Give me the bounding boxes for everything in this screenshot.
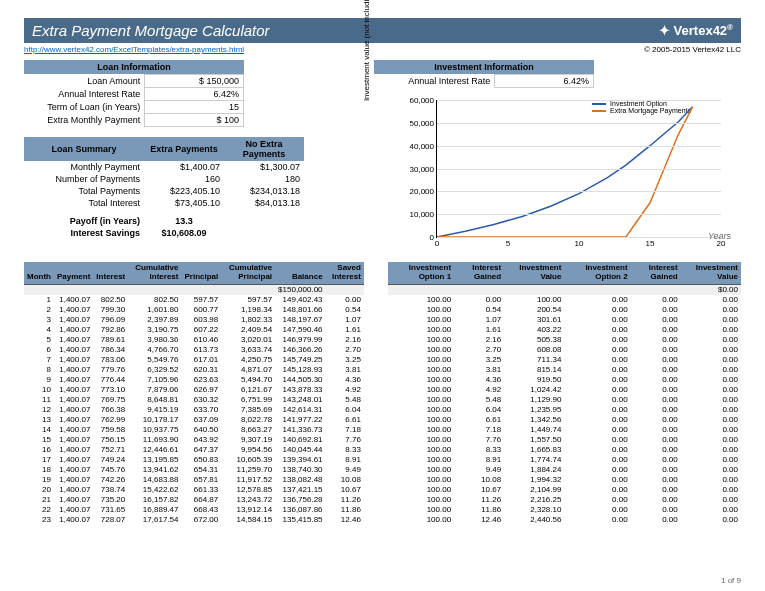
invest-col-header: Investment Option 1 (388, 262, 454, 284)
invest-info-table: Annual Interest Rate6.42% (374, 74, 594, 88)
loan-summary-table: Loan Summary Extra Payments No Extra Pay… (24, 137, 304, 239)
table-row: 121,400.07766.389,415.19633.707,385.6914… (24, 405, 364, 415)
investment-table: Investment Option 1Interest GainedInvest… (388, 262, 741, 525)
savings-label: Interest Savings (24, 227, 144, 239)
table-row: 71,400.07783.065,549.76617.014,250.75145… (24, 355, 364, 365)
invest-col-header: Interest Gained (454, 262, 504, 284)
payoff-label: Payoff (in Years) (24, 215, 144, 227)
invest-rate-label: Annual Interest Rate (374, 75, 495, 88)
table-row: 171,400.07749.2413,195.85650.8310,605.39… (24, 455, 364, 465)
summary-label: Total Interest (24, 197, 144, 209)
chart-ytick: 60,000 (410, 96, 437, 105)
table-row: 100.007.181,449.740.000.000.00 (388, 425, 741, 435)
summary-noextra: $234,013.18 (224, 185, 304, 197)
amort-col-header: Principal (181, 262, 221, 284)
summary-label: Number of Payments (24, 173, 144, 185)
payoff-value: 13.3 (144, 215, 224, 227)
table-row: 181,400.07745.7613,941.62654.3111,259.70… (24, 465, 364, 475)
table-row: 141,400.07759.5810,937.75640.508,663.271… (24, 425, 364, 435)
loan-info-label: Loan Amount (24, 75, 145, 88)
chart-xtick: 0 (435, 237, 439, 248)
chart-xtick: 10 (575, 237, 584, 248)
summary-noextra: $84,013.18 (224, 197, 304, 209)
chart-ytick: 30,000 (410, 164, 437, 173)
summary-extra: $73,405.10 (144, 197, 224, 209)
loan-info-value[interactable]: $ 100 (145, 114, 244, 127)
table-row: 191,400.07742.2614,683.88657.8111,917.52… (24, 475, 364, 485)
table-row: 100.0012.462,440.560.000.000.00 (388, 515, 741, 525)
loan-info-value[interactable]: 15 (145, 101, 244, 114)
table-row: 100.005.481,129.900.000.000.00 (388, 395, 741, 405)
invest-col-header: Investment Value (681, 262, 741, 284)
page-footer: 1 of 9 (721, 576, 741, 585)
source-link[interactable]: http://www.vertex42.com/ExcelTemplates/e… (24, 45, 244, 54)
amortization-table: MonthPaymentInterestCumulative InterestP… (24, 262, 364, 525)
invest-col-header: Investment Value (504, 262, 564, 284)
chart-ytick: 50,000 (410, 118, 437, 127)
chart-xtick: 5 (506, 237, 510, 248)
chart-ytick: 20,000 (410, 187, 437, 196)
table-row: 100.000.00100.000.000.000.00 (388, 295, 741, 305)
summary-extra: $1,400.07 (144, 161, 224, 173)
table-row: 100.004.921,024.420.000.000.00 (388, 385, 741, 395)
initial-invest: $0.00 (681, 284, 741, 295)
table-row: 100.004.36919.500.000.000.00 (388, 375, 741, 385)
table-row: 100.002.16505.380.000.000.00 (388, 335, 741, 345)
loan-info-label: Annual Interest Rate (24, 88, 145, 101)
chart-xlabel: Years (708, 231, 731, 241)
table-row: 81,400.07779.766,329.52620.314,871.07145… (24, 365, 364, 375)
table-row: 11,400.07802.50802.50597.57597.57149,402… (24, 295, 364, 305)
amort-col-header: Cumulative Interest (128, 262, 181, 284)
table-row: 100.003.81815.140.000.000.00 (388, 365, 741, 375)
amort-col-header: Payment (54, 262, 93, 284)
chart-ytick: 10,000 (410, 210, 437, 219)
table-row: 100.0010.672,104.990.000.000.00 (388, 485, 741, 495)
table-row: 100.0010.081,994.320.000.000.00 (388, 475, 741, 485)
table-row: 100.002.70608.080.000.000.00 (388, 345, 741, 355)
table-row: 100.000.54200.540.000.000.00 (388, 305, 741, 315)
subheader: http://www.vertex42.com/ExcelTemplates/e… (24, 43, 741, 60)
table-row: 100.001.07301.610.000.000.00 (388, 315, 741, 325)
amort-col-header: Saved Interest (326, 262, 364, 284)
amort-col-header: Cumulative Principal (221, 262, 275, 284)
table-row: 100.0011.262,216.250.000.000.00 (388, 495, 741, 505)
initial-balance: $150,000.00 (275, 284, 326, 295)
loan-info-value[interactable]: $ 150,000 (145, 75, 244, 88)
table-row: 100.008.331,665.830.000.000.00 (388, 445, 741, 455)
page-header: Extra Payment Mortgage Calculator ✦ Vert… (24, 18, 741, 43)
table-row: 100.001.61403.220.000.000.00 (388, 325, 741, 335)
table-row: 100.003.25711.340.000.000.00 (388, 355, 741, 365)
page-title: Extra Payment Mortgage Calculator (32, 22, 270, 39)
copyright: © 2005-2015 Vertex42 LLC (644, 45, 741, 54)
table-row: 100.008.911,774.740.000.000.00 (388, 455, 741, 465)
summary-col-extra: Extra Payments (144, 137, 224, 161)
table-row: 100.006.611,342.560.000.000.00 (388, 415, 741, 425)
amort-col-header: Balance (275, 262, 326, 284)
chart-ylabel: Investment value (not including home equ… (362, 0, 371, 101)
chart-ytick: 40,000 (410, 141, 437, 150)
table-row: 100.006.041,235.950.000.000.00 (388, 405, 741, 415)
table-row: 41,400.07792.863,190.75607.222,409.54147… (24, 325, 364, 335)
chart-xtick: 15 (646, 237, 655, 248)
summary-extra: 160 (144, 173, 224, 185)
invest-info-header: Investment Information (374, 60, 594, 74)
summary-label: Monthly Payment (24, 161, 144, 173)
table-row: 91,400.07776.447,105.96623.635,494.70144… (24, 375, 364, 385)
table-row: 51,400.07789.613,980.36610.463,020.01146… (24, 335, 364, 345)
loan-info-table: Loan Amount$ 150,000Annual Interest Rate… (24, 74, 244, 127)
table-row: 101,400.07773.107,879.06626.976,121.6714… (24, 385, 364, 395)
table-row: 221,400.07731.6516,889.47668.4313,912.14… (24, 505, 364, 515)
table-row: 31,400.07796.092,397.89603.981,802.33148… (24, 315, 364, 325)
amort-col-header: Interest (93, 262, 128, 284)
loan-info-value[interactable]: 6.42% (145, 88, 244, 101)
table-row: 100.007.761,557.500.000.000.00 (388, 435, 741, 445)
invest-rate-value: 6.42% (495, 75, 594, 88)
savings-value: $10,608.09 (144, 227, 224, 239)
table-row: 61,400.07786.344,766.70613.733,633.74146… (24, 345, 364, 355)
summary-noextra: 180 (224, 173, 304, 185)
table-row: 151,400.07756.1511,693.90643.929,307.191… (24, 435, 364, 445)
loan-info-header: Loan Information (24, 60, 244, 74)
table-row: 231,400.07728.0717,617.54672.0014,584.15… (24, 515, 364, 525)
loan-info-label: Extra Monthly Payment (24, 114, 145, 127)
table-row: 100.009.491,884.240.000.000.00 (388, 465, 741, 475)
